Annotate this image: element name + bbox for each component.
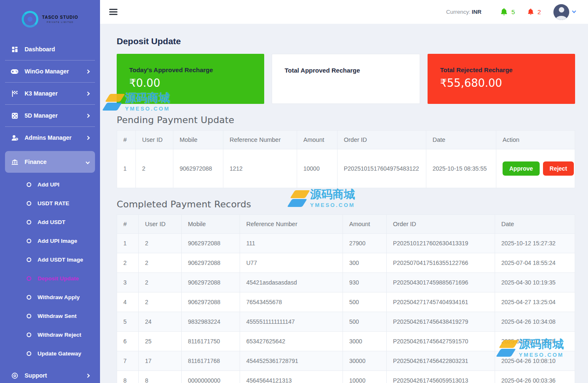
table-cell: 2025-04-27 13:25:04	[495, 292, 575, 312]
sidebar-item-label: Admins Manager	[25, 134, 80, 141]
bell-icon	[527, 8, 535, 16]
column-header-order-id: Order ID	[387, 215, 495, 234]
sidebar-nav: DashboardWinGo ManagerK3 Manager5D Manag…	[0, 37, 100, 173]
brand-name: TASCO STUDIO	[42, 15, 78, 20]
notifications-red-bell[interactable]: 2	[527, 8, 541, 16]
table-row: 52498329832244555511111111147500P2025042…	[117, 312, 575, 332]
gamepad-icon	[11, 69, 18, 74]
table-cell: 9062972088	[182, 234, 240, 253]
table-cell: 1	[117, 149, 136, 188]
sidebar-subitem-label: Add USDT	[38, 219, 65, 225]
red-bell-count: 2	[538, 8, 541, 15]
sidebar-subitem-withdraw-apply[interactable]: Withdraw Apply	[5, 288, 95, 307]
column-header-order-id: Order ID	[338, 131, 426, 149]
table-cell: 2025-04-26 10:08:10	[495, 351, 575, 371]
chevron-down-icon	[572, 9, 576, 13]
table-cell: 2025-07-04 18:55:24	[495, 253, 575, 273]
table-row: 12906297208811127900P2025101217602630413…	[117, 234, 575, 253]
page-title: Deposit Update	[117, 36, 575, 46]
sidebar-subitem-label: Add UPI	[38, 181, 60, 188]
sidebar-item-support[interactable]: Support	[5, 365, 95, 383]
app-root: TASCO STUDIO PRIVATE LIMITED DashboardWi…	[0, 0, 588, 383]
sidebar-subitem-deposit-update[interactable]: Deposit Update	[5, 269, 95, 288]
table-cell: 6	[117, 332, 139, 351]
table-cell: 7	[117, 351, 139, 371]
table-cell: U77	[240, 253, 343, 273]
sidebar-item-wingo-manager[interactable]: WinGo Manager	[5, 60, 95, 83]
circle-bullet-icon	[27, 276, 31, 281]
table-cell: 9062972088	[182, 273, 240, 292]
currency-value: INR	[472, 9, 481, 15]
table-row: 32906297208845421asdasasdasd930P20250430…	[117, 273, 575, 292]
sidebar-item-label: Finance	[25, 159, 80, 165]
watermark-text-cn: 源码商城	[310, 189, 355, 200]
table-cell: 9062972088	[173, 149, 223, 188]
sidebar-subitem-label: Deposit Update	[38, 275, 79, 282]
sidebar-subitem-update-gateway[interactable]: Update Gateway	[5, 344, 95, 363]
table-cell: P2025043017459885671696	[387, 273, 495, 292]
circle-bullet-icon	[27, 220, 31, 224]
card-title: Total Rejected Recharge	[440, 66, 563, 73]
sidebar-subitem-add-usdt[interactable]: Add USDT	[5, 213, 95, 232]
column-header-date: Date	[426, 131, 496, 149]
card-amount: ₹0.00	[129, 77, 252, 89]
table-cell: P2025042717457404934161	[387, 292, 495, 312]
sidebar-subitem-withdraw-sent[interactable]: Withdraw Sent	[5, 307, 95, 325]
hamburger-menu-icon[interactable]	[109, 8, 118, 17]
sidebar-subitem-withdraw-reject[interactable]: Withdraw Reject	[5, 325, 95, 344]
circle-bullet-icon	[27, 257, 31, 262]
table-cell: 8	[139, 371, 182, 383]
sidebar-item-label: WinGo Manager	[25, 68, 80, 75]
sidebar-item-dashboard[interactable]: Dashboard	[5, 38, 95, 60]
column-header-action: Action	[496, 131, 575, 149]
brand-logo-icon	[22, 11, 38, 28]
watermark-text-en: YMESO.COM	[125, 106, 170, 112]
sidebar-subitem-label: Add USDT Image	[38, 257, 83, 263]
table-row: 42906297208876543455678500P2025042717457…	[117, 292, 575, 312]
card-today-s-approved-recharge: Today's Approved Recharge₹0.00	[117, 54, 264, 104]
table-cell: 24	[139, 312, 182, 332]
table-cell: 25	[139, 332, 182, 351]
sidebar-item-k3-manager[interactable]: K3 Manager	[5, 83, 95, 105]
table-cell: 4544525361728791	[240, 351, 343, 371]
sidebar-subitem-add-upi-image[interactable]: Add UPI Image	[5, 232, 95, 250]
chevron-right-icon	[86, 373, 90, 378]
action-cell: ApproveReject	[496, 149, 575, 188]
sidebar-subitem-usdt-rate[interactable]: USDT RATE	[5, 194, 95, 213]
circle-bullet-icon	[27, 201, 31, 206]
table-cell: 8116171768	[182, 351, 240, 371]
table-cell: 2025-10-12 15:27:32	[495, 234, 575, 253]
table-cell: 8116171750	[182, 332, 240, 351]
table-cell: 2	[139, 234, 182, 253]
sidebar-subitem-label: Withdraw Sent	[38, 313, 77, 319]
notifications-green-bell[interactable]: 5	[500, 8, 515, 16]
sidebar-subitem-add-upi[interactable]: Add UPI	[5, 175, 95, 194]
chevron-down-icon	[86, 160, 90, 164]
table-cell: 45421asdasasdasd	[240, 273, 343, 292]
sidebar-subitem-add-usdt-image[interactable]: Add USDT Image	[5, 250, 95, 269]
column-header-user-id: User ID	[139, 215, 182, 234]
sidebar-item-admins-manager[interactable]: Admins Manager	[5, 127, 95, 149]
user-menu[interactable]	[553, 4, 575, 20]
column-header-: #	[117, 215, 139, 234]
reject-button[interactable]: Reject	[543, 161, 574, 176]
sidebar-nav-bottom: Support	[0, 363, 100, 383]
table-cell: 500	[343, 312, 387, 332]
sidebar-item-5d-manager[interactable]: 5D Manager	[5, 105, 95, 127]
avatar	[553, 4, 569, 20]
table-cell: P2025042617456438419279	[387, 312, 495, 332]
table-cell: 2025-10-15 08:35:55	[426, 149, 496, 188]
sidebar-subitem-label: Update Gateway	[38, 350, 81, 357]
main-area: Currency:INR 5 2 Deposit Update Today's …	[100, 0, 588, 383]
table-cell: 2025-04-26 10:34:08	[495, 312, 575, 332]
approve-button[interactable]: Approve	[503, 161, 540, 176]
table-cell: 2025-04-26 10:16:15	[495, 332, 575, 351]
card-total-approved-recharge: Total Approved Recharge	[272, 54, 420, 104]
sidebar-item-finance[interactable]: Finance	[5, 151, 95, 173]
table-row: 62581161717506534276256423000P2025042617…	[117, 332, 575, 351]
bell-icon	[500, 8, 508, 16]
sidebar-subitem-label: Withdraw Reject	[38, 332, 81, 338]
table-cell: 2	[139, 253, 182, 273]
user-gear-icon	[11, 135, 18, 141]
sidebar: TASCO STUDIO PRIVATE LIMITED DashboardWi…	[0, 0, 100, 383]
